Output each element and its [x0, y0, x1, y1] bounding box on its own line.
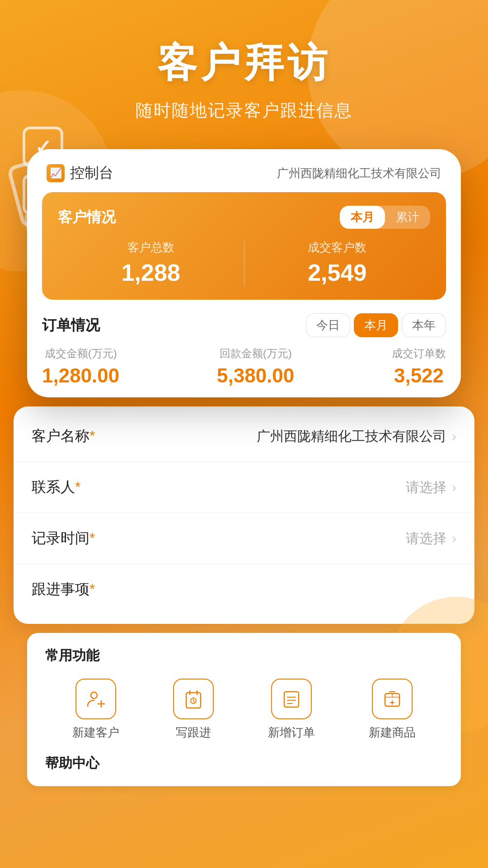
form-value-customer: 广州西陇精细化工技术有限公司	[131, 427, 446, 446]
order-payback-label: 回款金额(万元)	[217, 346, 294, 361]
form-label-customer: 客户名称*	[32, 426, 131, 446]
logo-icon: 📈	[50, 167, 62, 179]
customer-stats: 客户总数 1,288 成交客户数 2,549	[58, 240, 430, 286]
new-customer-label: 新建客户	[72, 725, 119, 741]
form-row-customer[interactable]: 客户名称* 广州西陇精细化工技术有限公司 ›	[14, 411, 474, 462]
new-order-icon	[271, 679, 312, 719]
customer-card: 客户情况 本月 累计 客户总数 1,288 成交客户数 2,549	[42, 192, 446, 300]
customer-card-title: 客户情况	[58, 208, 116, 227]
order-header: 订单情况 今日 本月 本年	[42, 313, 446, 337]
func-item-new-product[interactable]: 新建商品	[369, 679, 416, 741]
customer-card-header: 客户情况 本月 累计	[58, 206, 430, 229]
stat-closed-customers: 成交客户数 2,549	[244, 240, 431, 286]
common-func-title: 常用功能	[45, 646, 443, 665]
required-marker-time: *	[89, 530, 95, 546]
customer-tab-group: 本月 累计	[340, 206, 430, 229]
svg-rect-7	[284, 692, 299, 707]
bottom-card: 常用功能 新建客户	[27, 633, 461, 786]
phone-mockup: 📈 控制台 广州西陇精细化工技术有限公司 客户情况 本月 累计 客户总数 1,2…	[0, 149, 488, 397]
func-item-new-customer[interactable]: 新建客户	[72, 679, 119, 741]
order-count-value: 3,522	[392, 364, 446, 387]
followup-label: 写跟进	[176, 725, 211, 741]
order-tab-today[interactable]: 今日	[306, 313, 350, 337]
chevron-time-icon: ›	[452, 531, 456, 546]
stat-total-value: 1,288	[58, 259, 244, 286]
form-row-time[interactable]: 记录时间* 请选择 ›	[14, 513, 474, 564]
required-marker-customer: *	[89, 428, 95, 444]
form-row-contact[interactable]: 联系人* 请选择 ›	[14, 462, 474, 513]
order-title: 订单情况	[42, 316, 100, 335]
order-stat-amount: 成交金额(万元) 1,280.00	[42, 346, 119, 387]
order-count-label: 成交订单数	[392, 346, 446, 361]
order-section: 订单情况 今日 本月 本年 成交金额(万元) 1,280.00 回款金额(万元)…	[28, 309, 460, 396]
phone-title: 控制台	[70, 163, 113, 183]
stat-total-customers: 客户总数 1,288	[58, 240, 244, 286]
hero-section: 客户拜访 随时随地记录客户跟进信息	[0, 0, 488, 140]
phone-header-left: 📈 控制台	[47, 163, 113, 183]
form-row-followup: 跟进事项*	[14, 564, 474, 619]
new-order-label: 新增订单	[268, 725, 315, 741]
phone-company: 广州西陇精细化工技术有限公司	[277, 165, 441, 181]
required-marker-contact: *	[75, 479, 80, 495]
hero-subtitle: 随时随地记录客户跟进信息	[27, 99, 461, 122]
form-label-followup: 跟进事项*	[32, 580, 131, 599]
help-center-title: 帮助中心	[45, 754, 443, 773]
order-tabs: 今日 本月 本年	[306, 313, 446, 337]
order-stat-payback: 回款金额(万元) 5,380.00	[217, 346, 294, 387]
stat-closed-label: 成交客户数	[244, 240, 431, 255]
form-placeholder-time: 请选择	[131, 529, 446, 548]
stat-closed-value: 2,549	[244, 259, 431, 286]
new-product-icon	[372, 679, 413, 719]
hero-title: 客户拜访	[27, 36, 461, 90]
bottom-area: 常用功能 新建客户	[14, 633, 474, 786]
form-label-time: 记录时间*	[32, 528, 131, 548]
phone-screen: 📈 控制台 广州西陇精细化工技术有限公司 客户情况 本月 累计 客户总数 1,2…	[27, 149, 461, 397]
app-logo: 📈	[47, 164, 65, 182]
required-marker-followup: *	[89, 581, 95, 597]
order-amount-value: 1,280.00	[42, 364, 119, 387]
form-label-contact: 联系人*	[32, 477, 131, 497]
chevron-contact-icon: ›	[452, 480, 456, 495]
order-tab-month[interactable]: 本月	[354, 313, 398, 337]
order-payback-value: 5,380.00	[217, 364, 294, 387]
followup-icon	[173, 679, 214, 719]
chevron-customer-icon: ›	[452, 429, 456, 444]
func-item-followup[interactable]: 写跟进	[173, 679, 214, 741]
svg-point-0	[91, 692, 97, 698]
order-stats: 成交金额(万元) 1,280.00 回款金额(万元) 5,380.00 成交订单…	[42, 346, 446, 387]
form-placeholder-contact: 请选择	[131, 478, 446, 497]
stat-total-label: 客户总数	[58, 240, 244, 255]
customer-tab-total[interactable]: 累计	[385, 206, 430, 229]
phone-header: 📈 控制台 广州西陇精细化工技术有限公司	[28, 151, 460, 192]
new-product-label: 新建商品	[369, 725, 416, 741]
func-item-new-order[interactable]: 新增订单	[268, 679, 315, 741]
visit-form-panel: 客户名称* 广州西陇精细化工技术有限公司 › 联系人* 请选择 › 记录时间* …	[14, 406, 474, 624]
order-stat-count: 成交订单数 3,522	[392, 346, 446, 387]
customer-tab-month[interactable]: 本月	[340, 206, 385, 229]
order-tab-year[interactable]: 本年	[402, 313, 446, 337]
new-customer-icon	[75, 679, 116, 719]
order-amount-label: 成交金额(万元)	[42, 346, 119, 361]
function-grid: 新建客户 写跟进	[45, 679, 443, 741]
